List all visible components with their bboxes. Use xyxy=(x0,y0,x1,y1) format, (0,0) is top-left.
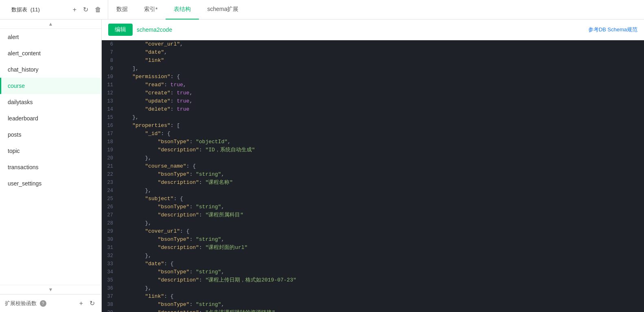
line-number: 11 xyxy=(102,81,118,89)
line-number: 8 xyxy=(102,57,118,65)
sidebar-item-posts[interactable]: posts xyxy=(0,127,101,143)
code-line: 16 "properties": [ xyxy=(102,122,644,130)
line-content: "description": "课程所属科目" xyxy=(118,211,644,219)
line-content: }, xyxy=(118,284,644,292)
code-line: 11 "read": true, xyxy=(102,81,644,89)
refresh-validator-button[interactable]: ↻ xyxy=(88,299,96,308)
scroll-down-arrow[interactable]: ▼ xyxy=(48,287,53,292)
code-line: 7 "date", xyxy=(102,48,644,57)
line-number: 36 xyxy=(102,284,118,292)
code-line: 22 "bsonType": "string", xyxy=(102,170,644,179)
line-number: 6 xyxy=(102,40,118,48)
line-content: "properties": [ xyxy=(118,122,644,130)
sidebar-item-leaderboard[interactable]: leaderboard xyxy=(0,110,101,127)
line-content: "bsonType": "string", xyxy=(118,203,644,211)
toolbar-left: 编辑 schema2code xyxy=(108,24,172,36)
line-content: }, xyxy=(118,219,644,227)
tab-structure[interactable]: 表结构 xyxy=(166,0,199,20)
code-line: 9 ], xyxy=(102,65,644,73)
line-content: ], xyxy=(118,65,644,73)
line-number: 31 xyxy=(102,244,118,252)
code-line: 25 "subject": { xyxy=(102,195,644,203)
ref-schema-link[interactable]: 参考DB Schema规范 xyxy=(588,26,637,33)
sidebar: ▲ alertalert_contentchat_historycourseda… xyxy=(0,20,102,312)
code-line: 19 "description": "ID，系统自动生成" xyxy=(102,146,644,154)
refresh-table-button[interactable]: ↻ xyxy=(81,5,90,14)
sidebar-item-chat_history[interactable]: chat_history xyxy=(0,61,101,78)
tab-index[interactable]: 索引* xyxy=(136,0,166,20)
line-content: "bsonType": "string", xyxy=(118,236,644,244)
line-number: 28 xyxy=(102,219,118,227)
line-number: 16 xyxy=(102,122,118,130)
line-content: "permission": { xyxy=(118,73,644,81)
line-content: }, xyxy=(118,154,644,162)
code-line: 28 }, xyxy=(102,219,644,227)
sidebar-item-transactions[interactable]: transactions xyxy=(0,159,101,175)
tables-title: 数据表 (11) xyxy=(11,6,40,13)
code-line: 38 "bsonType": "string", xyxy=(102,301,644,309)
delete-table-button[interactable]: 🗑 xyxy=(93,5,103,14)
schema2code-button[interactable]: schema2code xyxy=(137,26,172,33)
sidebar-item-alert[interactable]: alert xyxy=(0,29,101,45)
line-content: "bsonType": "objectId", xyxy=(118,138,644,146)
line-content: }, xyxy=(118,252,644,260)
code-line: 21 "course_name": { xyxy=(102,162,644,170)
line-content: "update": true, xyxy=(118,97,644,105)
line-content: "bsonType": "string", xyxy=(118,268,644,276)
line-number: 23 xyxy=(102,179,118,187)
line-number: 22 xyxy=(102,170,118,179)
sidebar-item-alert_content[interactable]: alert_content xyxy=(0,45,101,61)
line-content: "description": "ID，系统自动生成" xyxy=(118,146,644,154)
line-number: 15 xyxy=(102,113,118,122)
line-number: 33 xyxy=(102,260,118,268)
line-content: "bsonType": "string", xyxy=(118,170,644,179)
line-number: 30 xyxy=(102,236,118,244)
line-number: 13 xyxy=(102,97,118,105)
line-number: 9 xyxy=(102,65,118,73)
sidebar-header-actions: + ↻ 🗑 xyxy=(71,5,103,14)
line-content: "description": "课程名称" xyxy=(118,179,644,187)
line-content: "cover_url", xyxy=(118,40,644,48)
code-line: 27 "description": "课程所属科目" xyxy=(102,211,644,219)
line-content: "link" xyxy=(118,57,644,65)
line-content: "link": { xyxy=(118,292,644,301)
line-number: 24 xyxy=(102,187,118,195)
code-line: 10 "permission": { xyxy=(102,73,644,81)
sidebar-item-dailytasks[interactable]: dailytasks xyxy=(0,94,101,110)
code-line: 31 "description": "课程封面的url" xyxy=(102,244,644,252)
sidebar-footer: 扩展校验函数 ? + ↻ xyxy=(0,294,101,312)
line-number: 18 xyxy=(102,138,118,146)
code-line: 24 }, xyxy=(102,187,644,195)
add-validator-button[interactable]: + xyxy=(78,299,85,308)
sidebar-item-topic[interactable]: topic xyxy=(0,143,101,159)
footer-help-icon[interactable]: ? xyxy=(40,300,46,307)
line-number: 20 xyxy=(102,154,118,162)
line-number: 21 xyxy=(102,162,118,170)
line-number: 14 xyxy=(102,105,118,113)
code-line: 32 }, xyxy=(102,252,644,260)
main-layout: ▲ alertalert_contentchat_historycourseda… xyxy=(0,20,644,312)
sidebar-item-course[interactable]: course xyxy=(0,78,101,94)
line-content: "cover_url": { xyxy=(118,227,644,236)
sidebar-item-user_settings[interactable]: user_settings xyxy=(0,175,101,192)
code-line: 8 "link" xyxy=(102,57,644,65)
line-content: "course_name": { xyxy=(118,162,644,170)
tab-schema-ext[interactable]: schema扩展 xyxy=(199,0,247,20)
tab-data[interactable]: 数据 xyxy=(108,0,136,20)
toolbar-right: 参考DB Schema规范 xyxy=(588,26,637,33)
line-number: 37 xyxy=(102,292,118,301)
add-table-button[interactable]: + xyxy=(71,5,78,14)
sidebar-list: alertalert_contentchat_historycoursedail… xyxy=(0,29,101,285)
code-line: 37 "link": { xyxy=(102,292,644,301)
code-editor: 6 "cover_url",7 "date",8 "link"9 ],10 "p… xyxy=(102,40,644,312)
code-line: 34 "bsonType": "string", xyxy=(102,268,644,276)
sidebar-footer-actions: + ↻ xyxy=(78,299,96,308)
code-line: 14 "delete": true xyxy=(102,105,644,113)
code-line: 33 "date": { xyxy=(102,260,644,268)
code-line: 6 "cover_url", xyxy=(102,40,644,48)
code-line: 30 "bsonType": "string", xyxy=(102,236,644,244)
scroll-up-arrow[interactable]: ▲ xyxy=(48,21,53,27)
code-line: 39 "description": "点击该课程跳转的资源链接" xyxy=(102,309,644,312)
code-line: 13 "update": true, xyxy=(102,97,644,105)
edit-button[interactable]: 编辑 xyxy=(108,24,133,36)
